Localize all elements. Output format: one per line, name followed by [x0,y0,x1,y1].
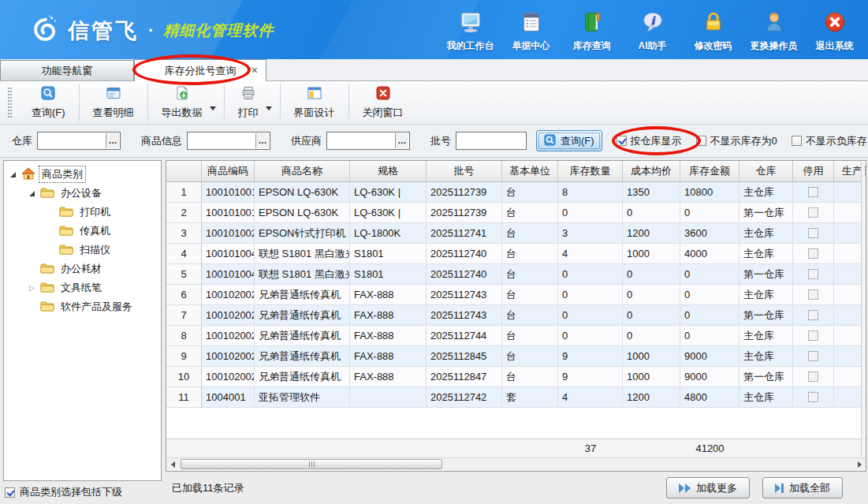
tree-item[interactable]: 传真机 [4,222,161,241]
column-header[interactable]: 库存金额 [680,161,739,181]
column-header[interactable]: 库存数量 [558,161,623,181]
disabled-checkbox[interactable] [808,269,818,279]
batch-no-input[interactable] [456,133,526,149]
tree-item[interactable]: 办公设备 [4,184,161,203]
scroll-left-arrow-icon[interactable] [166,458,179,471]
print-dropdown-caret-icon[interactable] [266,106,272,110]
horizontal-scrollbar[interactable] [166,457,866,471]
disabled-checkbox[interactable] [808,330,818,341]
filter-query-button[interactable]: 查询(F) [536,130,602,151]
row-number-cell: 7 [166,305,202,326]
tree-item[interactable]: 办公耗材 [4,259,161,278]
tree-item[interactable]: 打印机 [4,203,161,222]
table-cell: 0 [680,326,739,346]
query-button[interactable]: 查询(F) [20,83,77,122]
column-header[interactable]: 商品名称 [255,161,350,181]
table-row[interactable]: 7100102002兄弟普通纸传真机FAX-8882025112743台000第… [166,305,866,326]
scroll-right-arrow-icon[interactable] [853,458,866,471]
expand-arrow-icon[interactable] [28,191,36,196]
column-header[interactable]: 仓库 [739,161,793,181]
column-header[interactable]: 成本均价 [623,161,680,181]
table-row[interactable]: 9100102002兄弟普通纸传真机FAX-8882025112845台9100… [166,346,866,367]
column-header[interactable]: 停用 [793,161,834,181]
exit-icon [823,10,847,36]
disabled-checkbox[interactable] [808,207,818,218]
tree-item[interactable]: 软件产品及服务 [4,297,161,316]
export-dropdown-caret-icon[interactable] [210,106,216,110]
disabled-checkbox[interactable] [808,228,818,238]
nav-ai-assistant[interactable]: i AI助手 [622,10,683,53]
brand-name: 信管飞 [68,17,139,45]
table-row[interactable]: 111004001亚拓管理软件2025112742套412004800主仓库 [166,387,866,408]
toolbar-grip-handle[interactable] [8,88,12,118]
scrollbar-thumb[interactable] [181,459,442,469]
table-row[interactable]: 1100101001EPSON LQ-630KLQ-630K |20251127… [166,182,866,203]
toolbar-separator [348,84,349,121]
table-cell: 0 [558,285,623,305]
table-cell [350,387,427,408]
tab-close-icon[interactable] [251,60,258,81]
export-data-button[interactable]: 导出数据 [150,83,214,122]
expand-arrow-icon[interactable] [9,172,17,177]
column-header[interactable]: 规格 [350,161,427,181]
collapse-arrow-icon[interactable]: ▷ [28,284,36,292]
nav-inventory-query[interactable]: 库存查询 [561,10,622,53]
show-by-warehouse-checkbox[interactable] [617,136,627,146]
print-button[interactable]: 打印 [226,83,270,122]
checkbox-show-by-warehouse[interactable]: 按仓库显示 [617,134,682,148]
totals-empty-cell [623,439,680,457]
disabled-checkbox[interactable] [808,248,818,259]
table-cell: 联想 S1801 黑白激光 [255,264,350,285]
load-all-button[interactable]: 加载全部 [762,477,843,498]
table-cell: 4800 [680,387,739,408]
table-row[interactable]: 4100101004联想 S1801 黑白激光S18012025112740台4… [166,244,866,264]
tree-item[interactable]: ▷ 文具纸笔 [4,278,161,297]
load-more-button[interactable]: 加载更多 [666,477,750,498]
disabled-checkbox[interactable] [808,289,818,300]
table-row[interactable]: 3100101002EPSON针式打印机LQ-1800K2025112741台3… [166,223,866,244]
table-cell: 2025112742 [427,387,502,408]
brand-swirl-icon [30,14,60,47]
column-header[interactable]: 商品编码 [202,161,255,181]
product-lookup-ellipsis-icon[interactable] [255,133,269,148]
grid-header-row: 商品编码商品名称规格批号基本单位库存数量成本均价库存金额仓库停用生产日 [166,161,866,182]
nav-exit-system[interactable]: 退出系统 [804,10,865,53]
view-detail-button[interactable]: 查看明细 [81,83,146,122]
nav-my-workbench[interactable]: 我的工作台 [440,10,501,53]
workbench-monitor-icon [459,10,482,36]
tree-footer: 商品类别选择包括下级 [5,485,122,499]
column-header[interactable]: 基本单位 [502,161,558,181]
tab-batch-inventory-query[interactable]: 库存分批号查询 [134,59,266,81]
table-cell: 0 [558,264,623,285]
ui-design-button[interactable]: 界面设计 [282,83,347,122]
table-row[interactable]: 2100101001EPSON LQ-630KLQ-630K |20251127… [166,203,866,223]
vertical-scrollbar[interactable] [861,162,865,457]
disabled-checkbox[interactable] [808,392,818,402]
supplier-lookup-ellipsis-icon[interactable] [395,133,408,148]
table-row[interactable]: 6100102002兄弟普通纸传真机FAX-8882025112743台000主… [166,285,866,305]
disabled-checkbox[interactable] [808,371,818,382]
checkbox-hide-negative-stock[interactable]: 不显示负库存 [792,134,867,148]
hide-negative-stock-checkbox[interactable] [792,136,802,146]
table-row[interactable]: 10100102002兄弟普通纸传真机FAX-8882025112847台910… [166,367,866,387]
table-row[interactable]: 8100102002兄弟普通纸传真机FAX-8882025112744台000主… [166,326,866,346]
include-subcategory-checkbox[interactable] [5,487,15,498]
close-window-button[interactable]: 关闭窗口 [351,83,415,122]
tree-item[interactable]: 扫描仪 [4,241,161,259]
tab-function-navigator[interactable]: 功能导航窗 [0,60,134,80]
disabled-checkbox[interactable] [808,351,818,361]
disabled-checkbox[interactable] [808,187,818,197]
checkbox-hide-zero-stock[interactable]: 不显示库存为0 [696,134,777,148]
column-header[interactable]: 批号 [427,161,502,181]
table-row[interactable]: 5100101004联想 S1801 黑白激光S18012025112740台0… [166,264,866,285]
toolbar-separator [280,84,281,121]
nav-change-operator[interactable]: 更换操作员 [743,10,804,53]
nav-document-center[interactable]: 单据中心 [501,10,561,53]
warehouse-lookup-ellipsis-icon[interactable] [106,133,119,148]
tree-item[interactable]: 商品类别 [4,165,161,184]
grid-empty-filler [166,408,866,439]
hide-zero-stock-checkbox[interactable] [696,136,706,146]
disabled-checkbox[interactable] [808,310,818,320]
load-all-label: 加载全部 [789,481,830,495]
nav-change-password[interactable]: 修改密码 [683,10,743,53]
